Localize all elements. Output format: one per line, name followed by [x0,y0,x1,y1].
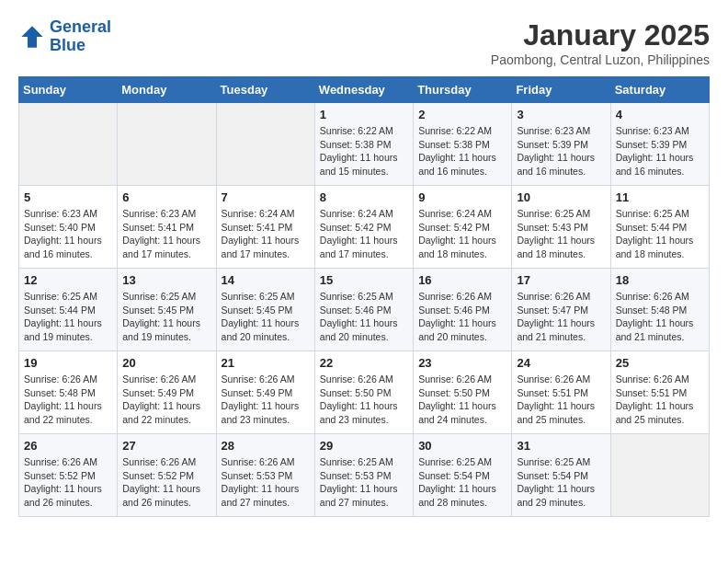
day-number: 21 [222,356,310,370]
weekday-header-thursday: Thursday [414,77,512,103]
calendar-cell: 18 Sunrise: 6:26 AM Sunset: 5:48 PM Dayl… [610,269,709,351]
sunrise: Sunrise: 6:25 AM [222,291,295,302]
day-info: Sunrise: 6:23 AM Sunset: 5:41 PM Dayligh… [122,207,210,261]
day-number: 18 [616,273,704,287]
sunset: Sunset: 5:54 PM [517,470,588,481]
sunset: Sunset: 5:39 PM [616,139,688,150]
day-number: 20 [122,356,210,370]
calendar-cell: 28 Sunrise: 6:26 AM Sunset: 5:53 PM Dayl… [216,434,314,517]
daylight: Daylight: 11 hours and 18 minutes. [517,235,595,259]
sunset: Sunset: 5:48 PM [616,304,688,316]
calendar-cell: 11 Sunrise: 6:25 AM Sunset: 5:44 PM Dayl… [610,186,709,269]
calendar-cell: 23 Sunrise: 6:26 AM Sunset: 5:50 PM Dayl… [414,351,512,434]
daylight: Daylight: 11 hours and 21 minutes. [517,317,595,342]
daylight: Daylight: 11 hours and 26 minutes. [122,483,200,508]
sunset: Sunset: 5:43 PM [517,222,588,233]
day-number: 10 [517,190,605,204]
calendar-cell: 17 Sunrise: 6:26 AM Sunset: 5:47 PM Dayl… [512,269,610,351]
day-number: 15 [320,273,408,287]
sunset: Sunset: 5:50 PM [320,387,392,398]
calendar-cell: 8 Sunrise: 6:24 AM Sunset: 5:42 PM Dayli… [314,186,413,269]
sunrise: Sunrise: 6:25 AM [320,291,393,302]
sunrise: Sunrise: 6:26 AM [517,373,590,385]
sunset: Sunset: 5:54 PM [418,470,490,481]
sunset: Sunset: 5:49 PM [222,387,293,398]
sunset: Sunset: 5:44 PM [616,222,688,233]
sunrise: Sunrise: 6:26 AM [616,373,689,385]
day-number: 11 [616,190,704,204]
day-number: 26 [24,439,112,453]
calendar-cell: 30 Sunrise: 6:25 AM Sunset: 5:54 PM Dayl… [414,434,512,517]
sunset: Sunset: 5:41 PM [122,222,194,233]
sunset: Sunset: 5:45 PM [122,304,194,316]
daylight: Daylight: 11 hours and 20 minutes. [222,317,300,342]
daylight: Daylight: 11 hours and 18 minutes. [418,235,496,259]
day-info: Sunrise: 6:24 AM Sunset: 5:42 PM Dayligh… [418,207,506,261]
daylight: Daylight: 11 hours and 17 minutes. [320,235,398,259]
calendar-week-5: 26 Sunrise: 6:26 AM Sunset: 5:52 PM Dayl… [19,434,710,517]
sunrise: Sunrise: 6:24 AM [418,208,492,219]
day-number: 22 [320,356,408,370]
day-info: Sunrise: 6:26 AM Sunset: 5:52 PM Dayligh… [24,455,112,510]
logo-general: General [50,17,111,36]
day-number: 17 [517,273,605,287]
daylight: Daylight: 11 hours and 19 minutes. [24,317,102,342]
calendar-week-1: 1 Sunrise: 6:22 AM Sunset: 5:38 PM Dayli… [19,103,710,186]
day-number: 14 [222,273,310,287]
calendar-cell: 27 Sunrise: 6:26 AM Sunset: 5:52 PM Dayl… [118,434,216,517]
day-info: Sunrise: 6:26 AM Sunset: 5:48 PM Dayligh… [616,290,704,344]
day-number: 4 [616,108,704,121]
day-info: Sunrise: 6:26 AM Sunset: 5:51 PM Dayligh… [517,373,605,427]
sunrise: Sunrise: 6:26 AM [222,456,295,467]
calendar-cell: 14 Sunrise: 6:25 AM Sunset: 5:45 PM Dayl… [216,269,314,351]
daylight: Daylight: 11 hours and 16 minutes. [418,152,496,177]
weekday-header-saturday: Saturday [610,77,709,103]
sunset: Sunset: 5:52 PM [122,470,194,481]
calendar-cell: 1 Sunrise: 6:22 AM Sunset: 5:38 PM Dayli… [314,103,413,186]
day-number: 5 [24,190,112,204]
sunrise: Sunrise: 6:26 AM [418,373,492,385]
daylight: Daylight: 11 hours and 26 minutes. [24,483,102,508]
day-number: 9 [418,190,506,204]
sunrise: Sunrise: 6:26 AM [418,291,492,302]
sunset: Sunset: 5:52 PM [24,470,96,481]
sunrise: Sunrise: 6:22 AM [418,125,492,136]
page-header: General Blue January 2025 Paombong, Cent… [18,18,710,67]
sunrise: Sunrise: 6:23 AM [24,208,97,219]
day-number: 7 [222,190,310,204]
calendar-cell: 29 Sunrise: 6:25 AM Sunset: 5:53 PM Dayl… [314,434,413,517]
sunset: Sunset: 5:39 PM [517,139,588,150]
sunset: Sunset: 5:38 PM [320,139,392,150]
day-info: Sunrise: 6:25 AM Sunset: 5:45 PM Dayligh… [222,290,310,344]
sunset: Sunset: 5:42 PM [418,222,490,233]
day-info: Sunrise: 6:26 AM Sunset: 5:51 PM Dayligh… [616,373,704,427]
logo: General Blue [18,18,111,55]
calendar-cell: 16 Sunrise: 6:26 AM Sunset: 5:46 PM Dayl… [414,269,512,351]
day-info: Sunrise: 6:26 AM Sunset: 5:50 PM Dayligh… [418,373,506,427]
day-info: Sunrise: 6:25 AM Sunset: 5:54 PM Dayligh… [517,455,605,510]
sunrise: Sunrise: 6:22 AM [320,125,393,136]
sunrise: Sunrise: 6:26 AM [122,373,196,385]
sunrise: Sunrise: 6:25 AM [122,291,196,302]
weekday-header-tuesday: Tuesday [216,77,314,103]
day-info: Sunrise: 6:25 AM Sunset: 5:54 PM Dayligh… [418,455,506,510]
sunrise: Sunrise: 6:25 AM [517,208,590,219]
sunset: Sunset: 5:40 PM [24,222,96,233]
sunset: Sunset: 5:46 PM [320,304,392,316]
calendar-cell: 13 Sunrise: 6:25 AM Sunset: 5:45 PM Dayl… [118,269,216,351]
calendar-cell: 21 Sunrise: 6:26 AM Sunset: 5:49 PM Dayl… [216,351,314,434]
daylight: Daylight: 11 hours and 29 minutes. [517,483,595,508]
day-number: 2 [418,108,506,121]
calendar-cell: 10 Sunrise: 6:25 AM Sunset: 5:43 PM Dayl… [512,186,610,269]
sunset: Sunset: 5:49 PM [122,387,194,398]
sunrise: Sunrise: 6:26 AM [320,373,393,385]
daylight: Daylight: 11 hours and 22 minutes. [24,400,102,425]
logo-icon [18,23,46,51]
daylight: Daylight: 11 hours and 23 minutes. [222,400,300,425]
day-info: Sunrise: 6:26 AM Sunset: 5:50 PM Dayligh… [320,373,408,427]
calendar-cell: 9 Sunrise: 6:24 AM Sunset: 5:42 PM Dayli… [414,186,512,269]
day-number: 23 [418,356,506,370]
daylight: Daylight: 11 hours and 16 minutes. [517,152,595,177]
calendar-cell: 2 Sunrise: 6:22 AM Sunset: 5:38 PM Dayli… [414,103,512,186]
calendar-week-2: 5 Sunrise: 6:23 AM Sunset: 5:40 PM Dayli… [19,186,710,269]
